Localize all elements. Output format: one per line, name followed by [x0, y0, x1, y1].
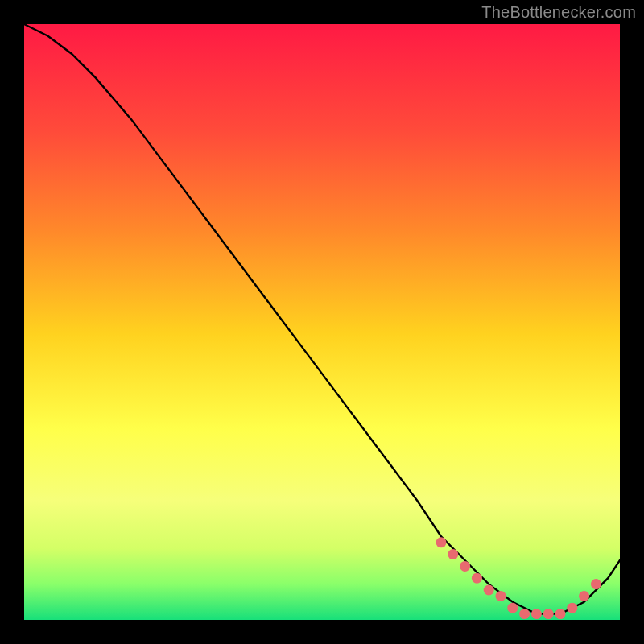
marker-dot: [436, 537, 447, 547]
marker-dot: [507, 603, 518, 613]
marker-dot: [496, 591, 506, 601]
chart-container: { "attribution": "TheBottlenecker.com", …: [0, 0, 644, 644]
marker-dot: [555, 609, 566, 619]
marker-dot: [448, 549, 458, 559]
chart-svg: [0, 0, 644, 644]
marker-dot: [543, 609, 554, 619]
marker-dot: [484, 585, 494, 596]
marker-dot: [591, 579, 601, 589]
marker-dot: [519, 609, 530, 619]
marker-dot: [460, 561, 470, 572]
marker-dot: [472, 573, 482, 584]
marker-dot: [531, 609, 542, 619]
marker-dot: [579, 591, 589, 601]
plot-area: [24, 24, 620, 620]
marker-dot: [567, 603, 577, 613]
attribution-text: TheBottlenecker.com: [481, 3, 636, 22]
